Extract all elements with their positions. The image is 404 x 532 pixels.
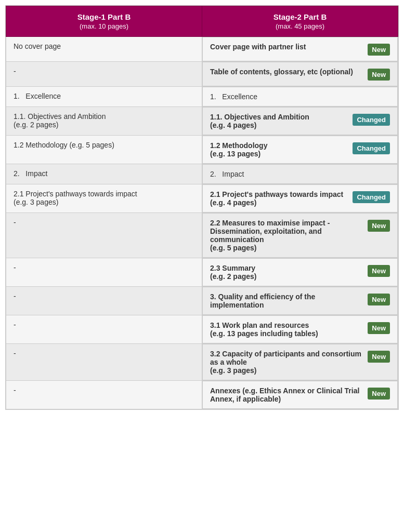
right-cell-suffix: (e.g. 13 pages including tables) bbox=[210, 329, 318, 338]
right-cell-bold: 1.1. Objectives and Ambition bbox=[210, 113, 309, 121]
left-cell: - bbox=[6, 213, 202, 258]
table-row: -2.2 Measures to maximise impact - Disse… bbox=[6, 213, 398, 258]
badge-new: New bbox=[368, 388, 390, 400]
right-cell-text: 1.1. Objectives and Ambition(e.g. 4 page… bbox=[210, 113, 353, 129]
table-row: -2.3 Summary(e.g. 2 pages)New bbox=[6, 258, 398, 287]
right-cell-bold: 1.2 Methodology bbox=[210, 141, 267, 150]
right-cell-suffix: (e.g. 3 pages) bbox=[210, 366, 256, 375]
col2-title: Stage-2 Part B bbox=[273, 12, 327, 21]
right-cell: Annexes (e.g. Ethics Annex or Clinical T… bbox=[202, 381, 398, 409]
left-cell: - bbox=[6, 344, 202, 381]
left-cell: 2. Impact bbox=[6, 164, 202, 184]
badge-changed: Changed bbox=[353, 191, 390, 203]
table-row: 1. Excellence1. Excellence bbox=[6, 87, 398, 107]
right-cell: 1.1. Objectives and Ambition(e.g. 4 page… bbox=[202, 107, 398, 135]
right-cell-bold: 3. Quality and efficiency of the impleme… bbox=[210, 292, 315, 309]
right-cell-bold: 3.1 Work plan and resources bbox=[210, 321, 309, 329]
table-row: -3.2 Capacity of participants and consor… bbox=[6, 344, 398, 381]
right-cell-text: 1. Excellence bbox=[210, 92, 390, 101]
left-cell: - bbox=[6, 381, 202, 409]
table-row: -3. Quality and efficiency of the implem… bbox=[6, 287, 398, 315]
badge-new: New bbox=[368, 294, 390, 305]
right-cell: Cover page with partner listNew bbox=[202, 37, 398, 61]
right-cell: 3.1 Work plan and resources(e.g. 13 page… bbox=[202, 315, 398, 343]
badge-new: New bbox=[368, 351, 390, 363]
left-cell: No cover page bbox=[6, 37, 202, 62]
right-cell-text: Cover page with partner list bbox=[210, 43, 368, 51]
right-cell: 3. Quality and efficiency of the impleme… bbox=[202, 287, 398, 315]
right-cell-bold: 2.1 Project's pathways towards impact bbox=[210, 190, 343, 198]
table-row: 1.1. Objectives and Ambition(e.g. 2 page… bbox=[6, 107, 398, 136]
table-row: -Annexes (e.g. Ethics Annex or Clinical … bbox=[6, 381, 398, 409]
left-cell: - bbox=[6, 62, 202, 87]
col2-subtitle: (max. 45 pages) bbox=[276, 22, 324, 30]
badge-changed: Changed bbox=[353, 114, 390, 126]
table-row: 2. Impact2. Impact bbox=[6, 164, 398, 184]
table-row: No cover pageCover page with partner lis… bbox=[6, 37, 398, 62]
right-cell-bold: 2.2 Measures to maximise impact - Dissem… bbox=[210, 219, 330, 244]
right-cell-text: 2.3 Summary(e.g. 2 pages) bbox=[210, 264, 368, 281]
badge-changed: Changed bbox=[353, 142, 390, 154]
col1-header: Stage-1 Part B (max. 10 pages) bbox=[6, 6, 202, 37]
right-cell-suffix: (e.g. 13 pages) bbox=[210, 150, 260, 158]
right-cell: 1.2 Methodology(e.g. 13 pages)Changed bbox=[202, 136, 398, 164]
right-cell-suffix: (e.g. 5 pages) bbox=[210, 244, 256, 252]
right-cell-suffix: (e.g. 2 pages) bbox=[210, 272, 256, 281]
table-row: 2.1 Project's pathways towards impact(e.… bbox=[6, 184, 398, 213]
left-cell: - bbox=[6, 258, 202, 287]
right-cell-text: Table of contents, glossary, etc (option… bbox=[210, 68, 368, 76]
left-cell: - bbox=[6, 287, 202, 315]
col1-title: Stage-1 Part B bbox=[77, 12, 131, 21]
right-cell: 3.2 Capacity of participants and consort… bbox=[202, 344, 398, 380]
table-row: 1.2 Methodology (e.g. 5 pages)1.2 Method… bbox=[6, 136, 398, 164]
badge-new: New bbox=[368, 69, 390, 81]
right-cell-bold: 3.2 Capacity of participants and consort… bbox=[210, 350, 361, 366]
right-cell-text: 1.2 Methodology(e.g. 13 pages) bbox=[210, 141, 353, 158]
left-cell: 2.1 Project's pathways towards impact(e.… bbox=[6, 184, 202, 213]
right-cell: 1. Excellence bbox=[202, 87, 398, 107]
right-cell: Table of contents, glossary, etc (option… bbox=[202, 62, 398, 86]
right-cell-bold: Annexes (e.g. Ethics Annex or Clinical T… bbox=[210, 387, 359, 403]
comparison-table: Stage-1 Part B (max. 10 pages) Stage-2 P… bbox=[5, 5, 399, 410]
badge-new: New bbox=[368, 265, 390, 277]
col2-header: Stage-2 Part B (max. 45 pages) bbox=[202, 6, 398, 37]
right-cell-text: 2.2 Measures to maximise impact - Dissem… bbox=[210, 219, 368, 252]
right-cell: 2.1 Project's pathways towards impact(e.… bbox=[202, 184, 398, 212]
right-cell: 2.3 Summary(e.g. 2 pages)New bbox=[202, 258, 398, 286]
left-cell: - bbox=[6, 315, 202, 344]
table-row: -Table of contents, glossary, etc (optio… bbox=[6, 62, 398, 87]
left-cell: 1. Excellence bbox=[6, 87, 202, 107]
right-cell-text: 3.2 Capacity of participants and consort… bbox=[210, 350, 368, 375]
left-cell: 1.2 Methodology (e.g. 5 pages) bbox=[6, 136, 202, 164]
right-cell: 2.2 Measures to maximise impact - Dissem… bbox=[202, 213, 398, 258]
right-cell: 2. Impact bbox=[202, 164, 398, 184]
right-cell-text: 3. Quality and efficiency of the impleme… bbox=[210, 292, 368, 309]
right-cell-suffix: (e.g. 4 pages) bbox=[210, 198, 256, 207]
right-cell-text: Annexes (e.g. Ethics Annex or Clinical T… bbox=[210, 387, 368, 403]
badge-new: New bbox=[368, 322, 390, 334]
right-cell-bold: Table of contents, glossary, etc (option… bbox=[210, 68, 353, 76]
right-cell-suffix: (e.g. 4 pages) bbox=[210, 121, 256, 129]
right-cell-text: 2.1 Project's pathways towards impact(e.… bbox=[210, 190, 353, 207]
right-cell-bold: Cover page with partner list bbox=[210, 43, 306, 51]
right-cell-bold: 2.3 Summary bbox=[210, 264, 255, 272]
left-cell: 1.1. Objectives and Ambition(e.g. 2 page… bbox=[6, 107, 202, 136]
badge-new: New bbox=[368, 220, 390, 232]
table-row: -3.1 Work plan and resources(e.g. 13 pag… bbox=[6, 315, 398, 344]
right-cell-text: 2. Impact bbox=[210, 170, 390, 178]
right-cell-text: 3.1 Work plan and resources(e.g. 13 page… bbox=[210, 321, 368, 338]
col1-subtitle: (max. 10 pages) bbox=[80, 22, 128, 30]
badge-new: New bbox=[368, 44, 390, 56]
